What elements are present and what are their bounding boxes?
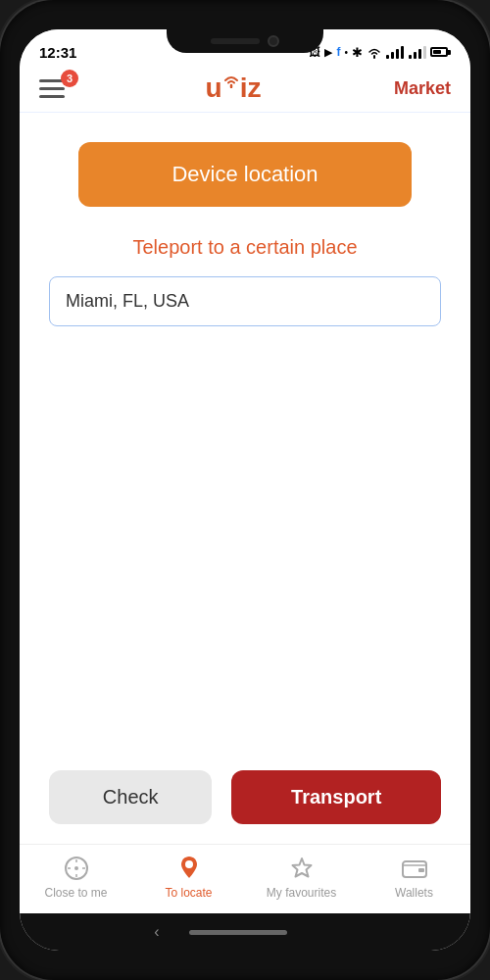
social-icon: f — [336, 45, 340, 59]
wallet-icon — [401, 855, 428, 882]
compass-icon — [63, 855, 90, 882]
teleport-label: Teleport to a certain place — [132, 236, 357, 259]
back-arrow[interactable]: ‹ — [154, 923, 159, 941]
nav-label-my-favourites: My favourites — [267, 886, 336, 900]
menu-line-3 — [39, 95, 65, 98]
battery-icon — [430, 47, 451, 57]
screen: 12:31 🖼 ▶ f • ✱ — [20, 29, 470, 951]
star-icon — [288, 855, 316, 882]
pin-icon — [175, 855, 203, 882]
camera — [268, 35, 279, 47]
market-link[interactable]: Market — [394, 78, 451, 99]
bluetooth-icon: ✱ — [352, 45, 363, 60]
nav-item-my-favourites[interactable]: My favourites — [263, 855, 341, 900]
action-buttons: Check Transport — [20, 760, 470, 844]
phone-shell: 12:31 🖼 ▶ f • ✱ — [0, 0, 490, 980]
notification-badge: 3 — [61, 70, 78, 87]
nav-item-close-to-me[interactable]: Close to me — [37, 855, 116, 900]
bottom-nav: Close to me To locate — [20, 844, 470, 913]
nav-label-close-to-me: Close to me — [44, 886, 107, 900]
home-indicator: ‹ — [20, 913, 470, 951]
signal-icon-2 — [409, 45, 426, 59]
svg-rect-4 — [418, 868, 424, 872]
wifi-icon — [367, 45, 382, 59]
main-content: Device location Teleport to a certain pl… — [20, 113, 470, 760]
nav-label-to-locate: To locate — [165, 886, 212, 900]
status-icons: 🖼 ▶ f • ✱ — [309, 45, 451, 60]
menu-line-2 — [39, 87, 65, 90]
app-header: 3 u iz Market — [20, 65, 470, 113]
svg-point-1 — [74, 866, 78, 870]
menu-button[interactable]: 3 — [39, 74, 73, 103]
youtube-icon: ▶ — [324, 46, 332, 59]
signal-icon — [386, 45, 404, 59]
nav-item-wallets[interactable]: Wallets — [375, 855, 454, 900]
svg-point-2 — [185, 860, 193, 868]
check-button[interactable]: Check — [49, 770, 212, 824]
transport-button[interactable]: Transport — [231, 770, 441, 824]
dot-icon: • — [344, 47, 348, 58]
nav-label-wallets: Wallets — [395, 886, 433, 900]
speaker — [211, 38, 260, 44]
status-time: 12:31 — [39, 44, 76, 61]
home-bar[interactable] — [189, 930, 287, 935]
logo-wifi-icon — [222, 73, 240, 88]
device-location-button[interactable]: Device location — [78, 142, 412, 207]
nav-item-to-locate[interactable]: To locate — [150, 855, 228, 900]
notch — [167, 29, 323, 53]
location-input[interactable] — [49, 276, 441, 326]
app-logo: u iz — [206, 73, 262, 104]
